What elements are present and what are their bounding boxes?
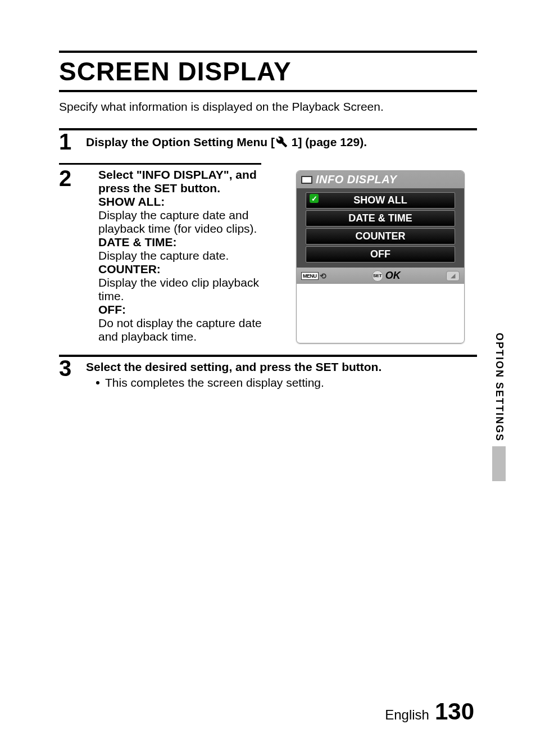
step-1-number: 1 xyxy=(59,132,86,152)
bullet-icon xyxy=(96,381,99,384)
step-2-heading: Select "INFO DISPLAY", and press the SET… xyxy=(98,168,284,195)
step-3: 3 Select the desired setting, and press … xyxy=(59,358,477,390)
step-3-number: 3 xyxy=(59,358,86,390)
step-1: 1 Display the Option Setting Menu [ 1] (… xyxy=(59,132,477,152)
menu-label: MENU xyxy=(301,272,319,280)
section-tab-marker xyxy=(492,446,506,481)
set-icon: SET xyxy=(372,270,383,282)
opt-show-all-label: SHOW ALL: xyxy=(98,195,165,208)
step-1-text-b: 1] (page 129). xyxy=(288,135,367,148)
lcd-row-show-all-label: SHOW ALL xyxy=(353,194,407,206)
step-2-number: 2 xyxy=(59,168,86,343)
opt-date-time-label: DATE & TIME: xyxy=(98,236,177,248)
footer-page-number: 130 xyxy=(435,698,474,725)
check-icon: ✓ xyxy=(310,194,319,203)
opt-show-all-text: Display the capture date and playback ti… xyxy=(98,209,284,236)
footer-language: English xyxy=(385,707,429,723)
jog-icon: ◢ xyxy=(446,271,460,281)
step-3-bullet: This completes the screen display settin… xyxy=(105,376,324,390)
lcd-row-off: OFF xyxy=(306,246,455,262)
step-1-text-a: Display the Option Setting Menu [ xyxy=(86,135,275,148)
menu-back-icon: MENU ⟲ xyxy=(301,271,326,280)
lcd-row-counter: COUNTER xyxy=(306,228,455,245)
section-tab: OPTION SETTINGS xyxy=(492,333,506,481)
intro-text: Specify what information is displayed on… xyxy=(59,100,477,114)
step-2: 2 Select "INFO DISPLAY", and press the S… xyxy=(59,168,477,343)
step-3-heading: Select the desired setting, and press th… xyxy=(86,360,477,374)
lcd-preview: INFO DISPLAY ✓ SHOW ALL DATE & TIME COUN… xyxy=(296,170,465,343)
opt-counter-text: Display the video clip playback time. xyxy=(98,276,284,303)
opt-off-text: Do not display the capture date and play… xyxy=(98,316,284,343)
page-title: SCREEN DISPLAY xyxy=(59,53,477,90)
wrench-icon xyxy=(275,135,288,151)
lcd-title: INFO DISPLAY xyxy=(316,173,397,186)
return-arrow-icon: ⟲ xyxy=(320,271,326,280)
section-tab-label: OPTION SETTINGS xyxy=(493,333,505,442)
ok-label: OK xyxy=(385,270,401,282)
display-icon xyxy=(301,176,312,184)
lcd-row-date-time: DATE & TIME xyxy=(306,210,455,227)
lcd-row-show-all: ✓ SHOW ALL xyxy=(306,192,455,209)
opt-off-label: OFF: xyxy=(98,303,126,316)
opt-counter-label: COUNTER: xyxy=(98,262,161,275)
opt-date-time-text: Display the capture date. xyxy=(98,249,284,262)
